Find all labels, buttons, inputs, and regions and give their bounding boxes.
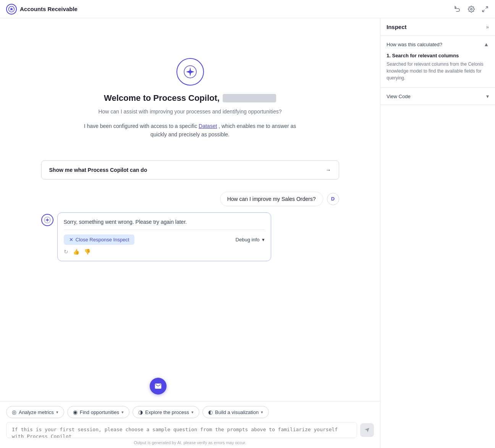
chip-find-opportunities[interactable]: ◉ Find opportunities ▾	[67, 406, 129, 418]
bot-bubble: Sorry, something went wrong. Please try …	[57, 212, 271, 261]
send-button[interactable]	[360, 423, 374, 437]
debug-info-toggle[interactable]: Debug info ▾	[236, 237, 265, 243]
explore-process-icon: ◑	[138, 409, 143, 415]
view-code-toggle-icon: ▾	[486, 93, 489, 99]
messages-area: How can I improve my Sales Orders? D Sor…	[41, 192, 339, 267]
fab-button[interactable]	[150, 378, 167, 395]
header-icons	[454, 5, 489, 13]
how-calculated-header[interactable]: How was this calculated? ▲	[380, 36, 495, 53]
view-code-section: View Code ▾	[380, 88, 495, 105]
svg-line-2	[486, 6, 488, 8]
dataset-link[interactable]: Dataset	[199, 123, 217, 129]
how-calculated-content: 1. Search for relevant columns Searched …	[380, 53, 495, 87]
chip-build-visualization[interactable]: ◐ Build a visualization ▾	[202, 406, 269, 418]
view-code-title: View Code	[387, 94, 411, 99]
bot-message: Sorry, something went wrong. Please try …	[41, 212, 339, 261]
chip-arrow-1: ▾	[121, 410, 124, 415]
ai-disclaimer: Output is generated by AI, please verify…	[6, 440, 374, 445]
build-visualization-icon: ◐	[208, 409, 213, 415]
chip-arrow-3: ▾	[261, 410, 263, 415]
chip-arrow-0: ▾	[56, 410, 58, 415]
how-calculated-title: How was this calculated?	[387, 42, 442, 47]
panel-title: Inspect	[387, 24, 407, 30]
prompt-chips: ◎ Analyze metrics ▾ ◉ Find opportunities…	[6, 406, 374, 418]
username-blur	[223, 94, 276, 102]
panel-expand-icon[interactable]: »	[486, 24, 489, 30]
app-logo	[6, 4, 17, 15]
bot-error-text: Sorry, something went wrong. Please try …	[64, 219, 265, 225]
thumbs-up-icon[interactable]: 👍	[73, 249, 79, 255]
chip-arrow-2: ▾	[191, 410, 194, 415]
welcome-subtitle: How can I assist with improving your pro…	[98, 108, 281, 116]
user-bubble: How can I improve my Sales Orders?	[220, 192, 323, 206]
user-message: How can I improve my Sales Orders? D	[41, 192, 339, 206]
copilot-icon	[176, 58, 204, 86]
user-avatar: D	[327, 193, 339, 205]
app-header: Accounts Receivable	[0, 0, 495, 18]
thumbs-down-icon[interactable]: 👎	[84, 249, 91, 255]
bot-bubble-footer: ✕ Close Response Inspect Debug info ▾	[64, 230, 265, 245]
expand-icon[interactable]	[481, 5, 489, 13]
bot-actions: ↻ 👍 👎	[64, 249, 265, 255]
right-panel: Inspect » How was this calculated? ▲ 1. …	[380, 18, 495, 448]
bot-icon-small	[41, 214, 53, 226]
chat-content: Welcome to Process Copilot, How can I as…	[0, 18, 380, 401]
undo-icon[interactable]	[454, 5, 461, 13]
refresh-action-icon[interactable]: ↻	[64, 249, 68, 255]
header-left: Accounts Receivable	[6, 4, 78, 15]
how-calculated-section: How was this calculated? ▲ 1. Search for…	[380, 36, 495, 88]
chat-area: Welcome to Process Copilot, How can I as…	[0, 18, 380, 448]
analyze-metrics-icon: ◎	[12, 409, 16, 415]
chat-input[interactable]	[6, 422, 357, 438]
welcome-section: Welcome to Process Copilot, How can I as…	[76, 58, 305, 139]
app-title: Accounts Receivable	[20, 6, 78, 12]
settings-icon[interactable]	[467, 5, 475, 13]
calc-step-1-title: 1. Search for relevant columns	[387, 53, 489, 58]
chip-analyze-metrics[interactable]: ◎ Analyze metrics ▾	[6, 406, 64, 418]
panel-header: Inspect »	[380, 18, 495, 36]
close-inspect-button[interactable]: ✕ Close Response Inspect	[64, 235, 135, 245]
calc-step-1-desc: Searched for relevant columns from the C…	[387, 61, 489, 81]
svg-point-1	[471, 8, 472, 10]
svg-line-3	[482, 10, 484, 11]
input-row	[6, 422, 374, 438]
find-opportunities-icon: ◉	[73, 409, 78, 415]
main-layout: Welcome to Process Copilot, How can I as…	[0, 18, 495, 448]
show-me-button[interactable]: Show me what Process Copilot can do →	[41, 160, 339, 180]
welcome-dataset-text: I have been configured with access to a …	[76, 122, 305, 139]
welcome-title: Welcome to Process Copilot,	[104, 93, 276, 103]
bottom-area: ◎ Analyze metrics ▾ ◉ Find opportunities…	[0, 401, 380, 448]
how-calculated-toggle-icon: ▲	[484, 41, 489, 47]
chip-explore-process[interactable]: ◑ Explore the process ▾	[133, 406, 199, 418]
view-code-header[interactable]: View Code ▾	[380, 88, 495, 105]
